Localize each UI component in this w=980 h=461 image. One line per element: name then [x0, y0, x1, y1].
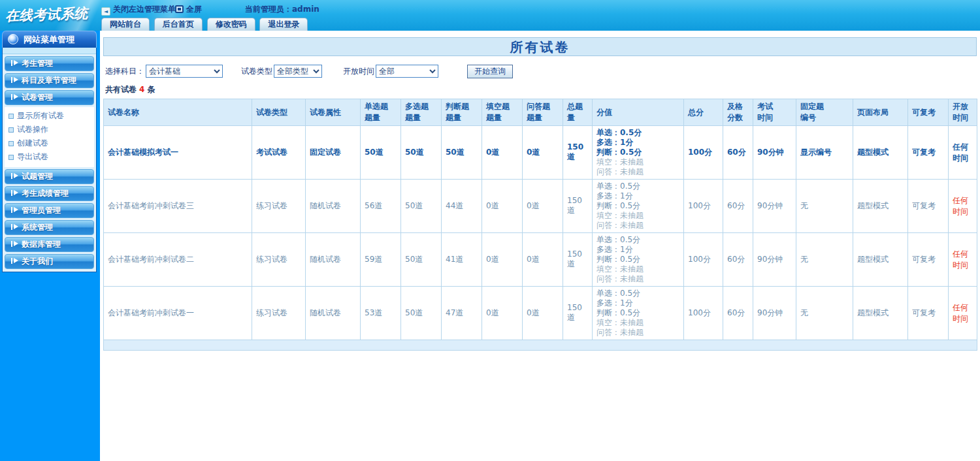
sidebar-group-candidates[interactable]: 考生管理 [5, 56, 94, 71]
start-query-button[interactable]: 开始查询 [467, 65, 513, 78]
subject-select[interactable]: 会计基础 [146, 65, 223, 78]
count-prefix: 共有试卷 [105, 85, 137, 94]
score-line: 问答：未抽题 [596, 328, 679, 338]
score-line: 问答：未抽题 [596, 274, 679, 284]
count-suffix: 条 [147, 85, 155, 94]
sidebar-group-admins[interactable]: 管理员管理 [5, 203, 94, 218]
count-value: 4 [139, 85, 144, 94]
group-label: 科目及章节管理 [22, 76, 76, 85]
tab-logout[interactable]: 退出登录 [259, 18, 308, 31]
col-paper-name: 试卷名称 [104, 99, 252, 126]
submenu-label: 创建试卷 [17, 138, 48, 148]
page-layout: 题型模式 [853, 233, 908, 287]
paper-type-select[interactable]: 全部类型 [274, 65, 322, 78]
score-line: 判断：0.5分 [596, 201, 679, 211]
score-values: 单选：0.5分多选：1分判断：0.5分填空：未抽题问答：未抽题 [593, 287, 684, 340]
pass-score: 60分 [723, 287, 753, 340]
sidebar-strip [3, 48, 96, 54]
sidebar-group-about[interactable]: 关于我们 [5, 254, 94, 269]
play-icon [11, 94, 18, 100]
score-values: 单选：0.5分多选：1分判断：0.5分填空：未抽题问答：未抽题 [593, 180, 684, 233]
page-layout: 题型模式 [853, 180, 908, 233]
score-line: 填空：未抽题 [596, 157, 679, 167]
papers-table: 试卷名称 试卷类型 试卷属性 单选题 题量 多选题 题量 判断题 题量 填空题 … [103, 99, 977, 351]
judge-count: 41道 [442, 233, 482, 287]
play-icon [11, 207, 18, 213]
submenu-show-all-papers[interactable]: 显示所有试卷 [8, 109, 94, 123]
paper-attr: 随机试卷 [306, 287, 361, 340]
page-layout: 题型模式 [853, 126, 908, 180]
tab-site-front[interactable]: 网站前台 [101, 18, 150, 31]
table-row: 会计基础考前冲刺试卷一练习试卷随机试卷53道50道47道0道0道150道单选：0… [104, 287, 977, 340]
col-total-score: 总分 [684, 99, 723, 126]
score-line: 填空：未抽题 [596, 211, 679, 221]
tab-change-password[interactable]: 修改密码 [207, 18, 255, 31]
col-paper-attr: 试卷属性 [306, 99, 361, 126]
open-time-select[interactable]: 全部 [376, 65, 438, 78]
play-icon [11, 258, 18, 264]
exam-time: 90分钟 [753, 233, 796, 287]
table-row: 会计基础考前冲刺试卷三练习试卷随机试卷56道50道44道0道0道150道单选：0… [104, 180, 977, 233]
fill-count: 0道 [482, 233, 523, 287]
play-icon [11, 173, 18, 179]
submenu-paper-operations[interactable]: 试卷操作 [8, 123, 94, 136]
submenu-export-paper[interactable]: 导出试卷 [8, 150, 94, 164]
score-line: 填空：未抽题 [596, 318, 679, 328]
paper-name: 会计基础考前冲刺试卷二 [104, 233, 252, 287]
sidebar-group-papers[interactable]: 试卷管理 [5, 90, 94, 105]
page-layout: 题型模式 [853, 287, 908, 340]
submenu-create-paper[interactable]: 创建试卷 [8, 136, 94, 150]
table-row: 会计基础模拟考试一考试试卷固定试卷50道50道50道0道0道150道单选：0.5… [104, 126, 977, 180]
col-qa-count: 问答题 题量 [523, 99, 563, 126]
open-time: 任何时间 [949, 180, 977, 233]
submenu-label: 显示所有试卷 [17, 111, 64, 120]
sidebar-group-database[interactable]: 数据库管理 [5, 237, 94, 252]
total-score: 100分 [684, 233, 723, 287]
sidebar-group-system[interactable]: 系统管理 [5, 220, 94, 235]
play-icon [11, 241, 18, 247]
group-label: 考生成绩管理 [22, 189, 69, 198]
total-count: 150道 [563, 233, 593, 287]
open-time: 任何时间 [949, 287, 977, 340]
pass-score: 60分 [723, 180, 753, 233]
col-paper-type: 试卷类型 [252, 99, 306, 126]
total-score: 100分 [684, 180, 723, 233]
papers-table-body: 会计基础模拟考试一考试试卷固定试卷50道50道50道0道0道150道单选：0.5… [104, 126, 977, 340]
total-count: 150道 [563, 180, 593, 233]
fixed-number: 无 [796, 180, 853, 233]
fill-count: 0道 [482, 287, 523, 340]
sidebar-group-scores[interactable]: 考生成绩管理 [5, 186, 94, 201]
multi-count: 50道 [401, 126, 442, 180]
paper-attr: 随机试卷 [306, 180, 361, 233]
sidebar-group-subjects[interactable]: 科目及章节管理 [5, 73, 94, 88]
fullscreen-button[interactable]: 全屏 [175, 4, 202, 15]
sidebar-group-questions[interactable]: 试题管理 [5, 169, 94, 184]
score-line: 判断：0.5分 [596, 148, 679, 157]
exam-time: 90分钟 [753, 180, 796, 233]
paper-name: 会计基础考前冲刺试卷三 [104, 180, 252, 233]
total-count: 150道 [563, 126, 593, 180]
paper-type: 练习试卷 [252, 287, 306, 340]
retake: 可复考 [908, 126, 949, 180]
score-line: 单选：0.5分 [596, 235, 679, 245]
time-filter-label: 开放时间 [343, 67, 374, 76]
page-title: 所有试卷 [103, 37, 977, 56]
sidebar-header-label: 网站菜单管理 [24, 35, 74, 44]
paper-type: 练习试卷 [252, 233, 306, 287]
col-judge-count: 判断题 题量 [442, 99, 482, 126]
paper-name: 会计基础考前冲刺试卷一 [104, 287, 252, 340]
topbar-tabs: 网站前台 后台首页 修改密码 退出登录 [101, 18, 310, 31]
col-score-values: 分值 [593, 99, 684, 126]
open-time: 任何时间 [949, 233, 977, 287]
col-multi-count: 多选题 题量 [401, 99, 442, 126]
close-left-menu-button[interactable]: ◄关闭左边管理菜单 [101, 4, 176, 16]
col-total-count: 总题量 [563, 99, 593, 126]
tab-admin-home[interactable]: 后台首页 [154, 18, 203, 31]
score-line: 多选：1分 [596, 298, 679, 308]
score-line: 单选：0.5分 [596, 182, 679, 191]
judge-count: 50道 [442, 126, 482, 180]
menu-orb-icon [8, 34, 18, 44]
close-left-menu-label: 关闭左边管理菜单 [113, 5, 176, 14]
score-line: 多选：1分 [596, 245, 679, 255]
multi-count: 50道 [401, 180, 442, 233]
